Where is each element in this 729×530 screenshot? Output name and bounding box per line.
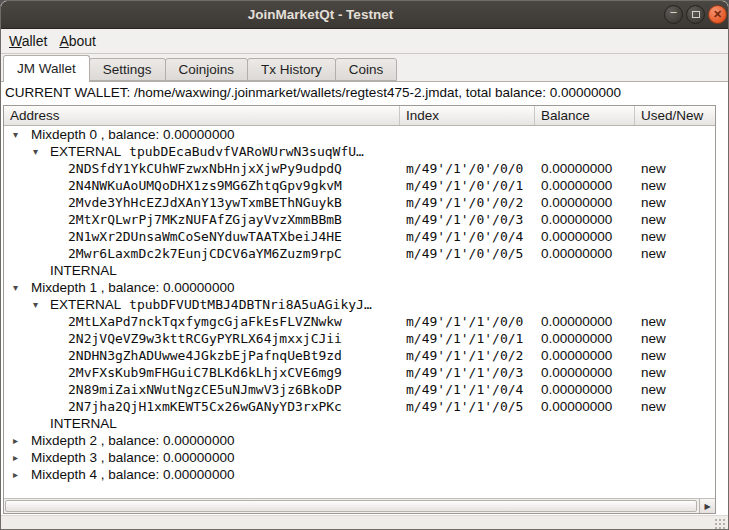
address-cell: 2Mvde3YhHcEZJdXAnY13ywTxmBEThNGuykB (4, 194, 400, 211)
tab-jm-wallet[interactable]: JM Wallet (3, 55, 90, 82)
balance-cell (535, 432, 635, 449)
row-label: Mixdepth 2 , balance: 0.00000000 (31, 433, 234, 448)
tree-row[interactable]: ▸Mixdepth 3 , balance: 0.00000000 (4, 449, 715, 466)
maximize-button[interactable] (686, 5, 705, 24)
title-bar[interactable]: JoinMarketQt - Testnet − ✕ (1, 1, 728, 29)
address-text: 2NDHN3gZhADUwwe4JGkzbEjPafnqUeBt9zd (68, 348, 342, 363)
tree-row[interactable]: ▾EXTERNAL tpubDFVUDtMBJ4DBTNri8A5uAGikyJ… (4, 296, 715, 313)
resize-grip[interactable] (713, 517, 725, 529)
tree-row[interactable]: 2NDHN3gZhADUwwe4JGkzbEjPafnqUeBt9zdm/49'… (4, 347, 715, 364)
tree-row[interactable]: 2N89miZaixNWutNgzCE5uNJmwV3jz6BkoDPm/49'… (4, 381, 715, 398)
tree-row[interactable]: 2Mvde3YhHcEZJdXAnY13ywTxmBEThNGuykBm/49'… (4, 194, 715, 211)
balance-cell: 0.00000000 (535, 194, 635, 211)
tree-row[interactable]: 2N1wXr2DUnsaWmCoSeNYduwTAATXbeiJ4HEm/49'… (4, 228, 715, 245)
status-cell (635, 262, 715, 279)
menu-about[interactable]: About (53, 30, 102, 53)
index-cell (400, 432, 535, 449)
tree-row[interactable]: ▸Mixdepth 2 , balance: 0.00000000 (4, 432, 715, 449)
address-cell: 2N7jha2QjH1xmKEWT5Cx26wGANyYD3rxPKc (4, 398, 400, 415)
tab-settings[interactable]: Settings (89, 58, 166, 81)
index-cell (400, 126, 535, 143)
tree-row[interactable]: ▸Mixdepth 4 , balance: 0.00000000 (4, 466, 715, 483)
tree-row[interactable]: INTERNAL (4, 262, 715, 279)
wallet-tree: Address Index Balance Used/New ▾Mixdepth… (3, 105, 716, 514)
tree-row[interactable]: 2Mwr6LaxmDc2k7EunjCDCV6aYM6Zuzm9rpCm/49'… (4, 245, 715, 262)
address-text: 2N89miZaixNWutNgzCE5uNJmwV3jz6BkoDP (68, 382, 342, 397)
row-label: Mixdepth 4 , balance: 0.00000000 (31, 467, 234, 482)
tree-row[interactable]: 2N4NWKuAoUMQoDHX1zs9MG6ZhtqGpv9gkvMm/49'… (4, 177, 715, 194)
collapse-arrow-icon[interactable]: ▾ (33, 296, 38, 313)
close-icon: ✕ (713, 8, 722, 21)
balance-cell (535, 279, 635, 296)
tab-bar: JM Wallet Settings Coinjoins Tx History … (1, 54, 728, 81)
tree-header: Address Index Balance Used/New (4, 106, 715, 126)
row-label: Mixdepth 3 , balance: 0.00000000 (31, 450, 234, 465)
status-cell (635, 296, 715, 313)
menu-wallet[interactable]: Wallet (3, 30, 53, 53)
balance-cell (535, 415, 635, 432)
status-cell: new (635, 313, 715, 330)
tree-row[interactable]: ▾Mixdepth 0 , balance: 0.00000000 (4, 126, 715, 143)
address-cell: 2NDHN3gZhADUwwe4JGkzbEjPafnqUeBt9zd (4, 347, 400, 364)
collapse-arrow-icon[interactable]: ▾ (13, 126, 18, 143)
tree-row[interactable]: 2MtXrQLwrPj7MKzNUFAfZGjayVvzXmmBBmBm/49'… (4, 211, 715, 228)
tree-rows: ▾Mixdepth 0 , balance: 0.00000000▾EXTERN… (4, 126, 715, 498)
xpub-text: tpubDEcaBudvfVARoWUrwN3suqWfU… (121, 144, 364, 159)
index-cell: m/49'/1'/0'/0/5 (400, 245, 535, 262)
tab-tx-history[interactable]: Tx History (247, 58, 336, 81)
address-cell: 2N2jVQeVZ9w3kttRCGyPYRLX64jmxxjCJii (4, 330, 400, 347)
address-text: 2Mvde3YhHcEZJdXAnY13ywTxmBEThNGuykB (68, 195, 342, 210)
index-cell: m/49'/1'/1'/0/5 (400, 398, 535, 415)
address-cell: ▾EXTERNAL tpubDEcaBudvfVARoWUrwN3suqWfU… (4, 143, 400, 160)
index-cell: m/49'/1'/0'/0/1 (400, 177, 535, 194)
index-cell (400, 279, 535, 296)
tab-coinjoins[interactable]: Coinjoins (165, 58, 249, 81)
tree-row[interactable]: 2NDSfdY1YkCUhWFzwxNbHnjxXjwPy9udpdQm/49'… (4, 160, 715, 177)
expand-arrow-icon[interactable]: ▸ (13, 449, 18, 466)
xpub-text: tpubDFVUDtMBJ4DBTNri8A5uAGikyJ… (121, 297, 371, 312)
column-header-used-new[interactable]: Used/New (635, 106, 715, 125)
scroll-right-icon: ▶ (704, 502, 710, 511)
balance-cell: 0.00000000 (535, 245, 635, 262)
address-text: 2MtXrQLwrPj7MKzNUFAfZGjayVvzXmmBBmB (68, 212, 342, 227)
address-cell: 2MtXrQLwrPj7MKzNUFAfZGjayVvzXmmBBmB (4, 211, 400, 228)
status-cell (635, 466, 715, 483)
balance-cell: 0.00000000 (535, 177, 635, 194)
tree-row[interactable]: 2N7jha2QjH1xmKEWT5Cx26wGANyYD3rxPKcm/49'… (4, 398, 715, 415)
address-text: 2N1wXr2DUnsaWmCoSeNYduwTAATXbeiJ4HE (68, 229, 342, 244)
tree-row[interactable]: 2MtLXaPd7nckTqxfymgcGjaFkEsFLVZNwkwm/49'… (4, 313, 715, 330)
address-cell: 2MvFXsKub9mFHGuiC7BLKd6kLhjxCVE6mg9 (4, 364, 400, 381)
address-cell: ▸Mixdepth 3 , balance: 0.00000000 (4, 449, 400, 466)
balance-cell: 0.00000000 (535, 211, 635, 228)
column-header-balance[interactable]: Balance (535, 106, 635, 125)
index-cell (400, 143, 535, 160)
address-cell: ▾EXTERNAL tpubDFVUDtMBJ4DBTNri8A5uAGikyJ… (4, 296, 400, 313)
horizontal-scrollbar[interactable]: ▶ (4, 498, 715, 513)
column-header-address[interactable]: Address (4, 106, 400, 125)
address-text: 2MtLXaPd7nckTqxfymgcGjaFkEsFLVZNwkw (68, 314, 342, 329)
collapse-arrow-icon[interactable]: ▾ (13, 279, 18, 296)
status-cell (635, 432, 715, 449)
tree-row[interactable]: ▾EXTERNAL tpubDEcaBudvfVARoWUrwN3suqWfU… (4, 143, 715, 160)
tab-coins[interactable]: Coins (335, 58, 398, 81)
app-window: JoinMarketQt - Testnet − ✕ Wallet About … (0, 0, 729, 530)
tree-row[interactable]: INTERNAL (4, 415, 715, 432)
expand-arrow-icon[interactable]: ▸ (13, 432, 18, 449)
address-text: 2N2jVQeVZ9w3kttRCGyPYRLX64jmxxjCJii (68, 331, 342, 346)
tree-row[interactable]: 2N2jVQeVZ9w3kttRCGyPYRLX64jmxxjCJiim/49'… (4, 330, 715, 347)
index-cell: m/49'/1'/1'/0/2 (400, 347, 535, 364)
status-cell: new (635, 245, 715, 262)
address-cell: 2N89miZaixNWutNgzCE5uNJmwV3jz6BkoDP (4, 381, 400, 398)
tree-row[interactable]: ▾Mixdepth 1 , balance: 0.00000000 (4, 279, 715, 296)
tree-row[interactable]: 2MvFXsKub9mFHGuiC7BLKd6kLhjxCVE6mg9m/49'… (4, 364, 715, 381)
expand-arrow-icon[interactable]: ▸ (13, 466, 18, 483)
close-button[interactable]: ✕ (708, 5, 727, 24)
scroll-right-button[interactable]: ▶ (699, 499, 715, 513)
minimize-button[interactable]: − (664, 5, 683, 24)
collapse-arrow-icon[interactable]: ▾ (33, 143, 38, 160)
column-header-index[interactable]: Index (400, 106, 535, 125)
scrollbar-thumb[interactable] (5, 500, 697, 512)
status-cell: new (635, 381, 715, 398)
index-cell (400, 466, 535, 483)
address-text: 2N4NWKuAoUMQoDHX1zs9MG6ZhtqGpv9gkvM (68, 178, 342, 193)
